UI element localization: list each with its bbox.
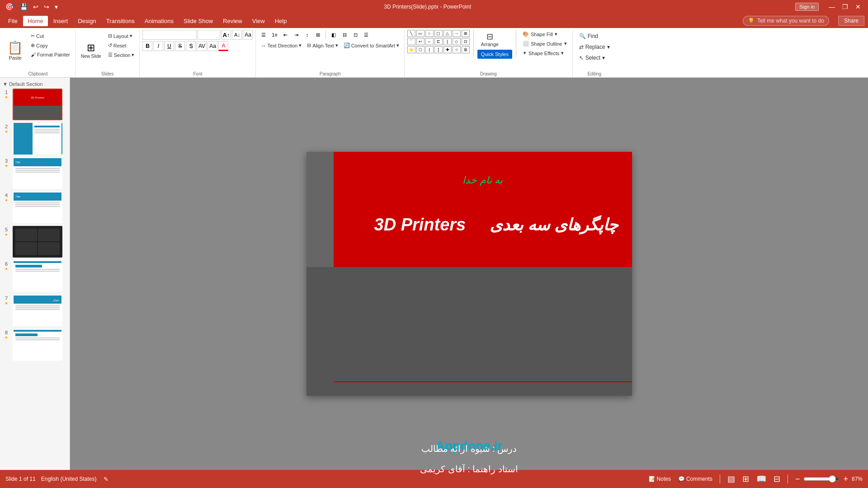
columns-button[interactable]: ⊞ [313,30,323,40]
shape-rect[interactable]: ▭ [416,30,425,37]
strikethrough-button[interactable]: S [175,41,185,51]
customize-qa-button[interactable]: ▾ [53,2,60,11]
font-color-button[interactable]: A [218,41,228,51]
arrange-button[interactable]: ⊟ Arrange [477,30,502,49]
shape-arrow[interactable]: → [453,30,461,37]
comments-button[interactable]: 💬 Comments [676,475,714,483]
slide-thumb-2[interactable] [13,123,62,155]
bold-button[interactable]: B [142,41,152,51]
shape-curly[interactable]: { [443,38,452,45]
font-name-input[interactable] [142,30,197,40]
edit-indicator-button[interactable]: ✎ [102,475,110,483]
slide-thumb-4[interactable]: Title [13,192,62,223]
shape-elbow[interactable]: ⌐ [425,38,434,45]
bullets-button[interactable]: ☰ [259,30,269,40]
sign-in-button[interactable]: Sign in [795,3,819,11]
select-button[interactable]: ↖ Select ▾ [576,53,613,62]
align-left-button[interactable]: ◧ [329,30,339,40]
menu-animations[interactable]: Animations [140,16,178,26]
slide-item-3[interactable]: 3 ★ Title [2,157,68,189]
new-slide-button[interactable]: ⊞ New Slide [78,30,104,70]
minimize-button[interactable]: — [826,2,838,11]
undo-button[interactable]: ↩ [31,2,40,11]
convert-smartart-button[interactable]: 🔄 Convert to SmartArt ▾ [341,41,401,50]
change-case-button[interactable]: Aa [208,41,217,51]
menu-transitions[interactable]: Transitions [102,16,139,26]
shape-star5[interactable]: ⭐ [407,46,415,53]
shape-circle[interactable]: ○ [425,30,434,37]
tell-me-box[interactable]: 💡 Tell me what you want to do [743,16,829,26]
slide-item-8[interactable]: 8 ★ [2,329,68,361]
shape-more[interactable]: ⊞ [462,30,470,37]
shape-arc[interactable]: ⌒ [407,38,415,45]
menu-help[interactable]: Help [270,16,292,26]
line-spacing-button[interactable]: ↕ [302,30,312,40]
slide-canvas[interactable]: به نام خدا 3D Printers چاپگرهای سه بعدی … [307,152,632,396]
slide-sorter-button[interactable]: ⊞ [741,473,751,485]
slide-item-4[interactable]: 4 ★ Title [2,192,68,223]
presenter-view-button[interactable]: ⊟ [772,473,782,485]
zoom-slider[interactable] [803,475,840,483]
align-text-button[interactable]: ⊟ Align Text ▾ [305,41,340,50]
slide-item-2[interactable]: 2 ★ [2,123,68,155]
font-spacing-button[interactable]: AV [197,41,207,51]
format-painter-button[interactable]: 🖌 Format Painter [28,51,72,59]
numbering-button[interactable]: 1≡ [269,30,279,40]
shape-cross[interactable]: ✚ [443,46,452,53]
shape-outline-button[interactable]: ⬜ Shape Outline ▾ [520,39,570,48]
slide-thumb-5[interactable] [13,226,62,258]
section-button[interactable]: ☰ Section ▾ [106,51,137,59]
shape-fill-button[interactable]: 🎨 Shape Fill ▾ [520,30,570,38]
menu-design[interactable]: Design [73,16,100,26]
zoom-out-button[interactable]: − [793,474,802,485]
clear-format-button[interactable]: Aa [243,30,253,40]
indent-decrease-button[interactable]: ⇤ [280,30,290,40]
shape-hexagon[interactable]: ⬡ [416,46,425,53]
redo-button[interactable]: ↪ [42,2,51,11]
align-center-button[interactable]: ⊟ [340,30,349,40]
quick-styles-button[interactable]: Quick Styles [477,50,512,59]
normal-view-button[interactable]: ▤ [726,473,737,485]
italic-button[interactable]: I [153,41,163,51]
menu-file[interactable]: File [4,16,22,26]
shape-diamond[interactable]: ◇ [453,38,461,45]
shape-effects-button[interactable]: ✦ Shape Effects ▾ [520,49,570,57]
menu-slideshow[interactable]: Slide Show [179,16,217,26]
shape-scrolldown[interactable]: ⊞ [462,46,470,53]
font-size-input[interactable] [198,30,220,40]
find-button[interactable]: 🔍 Find [576,32,613,41]
slide-thumb-1[interactable]: 3D Printers [13,89,62,120]
cut-button[interactable]: ✂ Cut [28,32,72,40]
share-button[interactable]: Share [838,16,864,26]
shape-connector[interactable]: ⊏ [434,38,443,45]
shape-triangle[interactable]: △ [443,30,452,37]
layout-button[interactable]: ⊟ Layout ▾ [106,32,137,40]
copy-button[interactable]: ⊕ Copy [28,41,72,50]
increase-font-button[interactable]: A↑ [221,30,231,40]
slide-thumb-7[interactable]: عنوان [13,295,62,326]
align-right-button[interactable]: ⊡ [350,30,360,40]
slide-thumb-3[interactable]: Title [13,157,62,189]
menu-insert[interactable]: Insert [49,16,73,26]
shape-misc1[interactable]: ☆ [453,46,461,53]
save-button[interactable]: 💾 [18,2,29,11]
slide-thumb-8[interactable] [13,329,62,361]
notes-button[interactable]: 📝 Notes [647,475,673,483]
paste-button[interactable]: 📋 Paste [4,30,27,70]
justify-button[interactable]: ☰ [361,30,371,40]
indent-increase-button[interactable]: ⇥ [291,30,301,40]
close-button[interactable]: ✕ [853,2,863,11]
slide-item-7[interactable]: 7 ★ عنوان [2,295,68,326]
restore-button[interactable]: ❐ [840,2,851,11]
slide-thumb-6[interactable] [13,260,62,292]
slide-item-1[interactable]: 1 ★ 3D Printers [2,89,68,120]
section-header[interactable]: ▼ Default Section [2,80,68,89]
menu-view[interactable]: View [248,16,269,26]
shape-roundrect[interactable]: ▢ [434,30,443,37]
zoom-in-button[interactable]: + [841,474,850,485]
decrease-font-button[interactable]: A↓ [232,30,242,40]
underline-button[interactable]: U [164,41,174,51]
shape-scroll[interactable]: ⊡ [462,38,470,45]
menu-review[interactable]: Review [218,16,247,26]
menu-home[interactable]: Home [23,16,48,26]
